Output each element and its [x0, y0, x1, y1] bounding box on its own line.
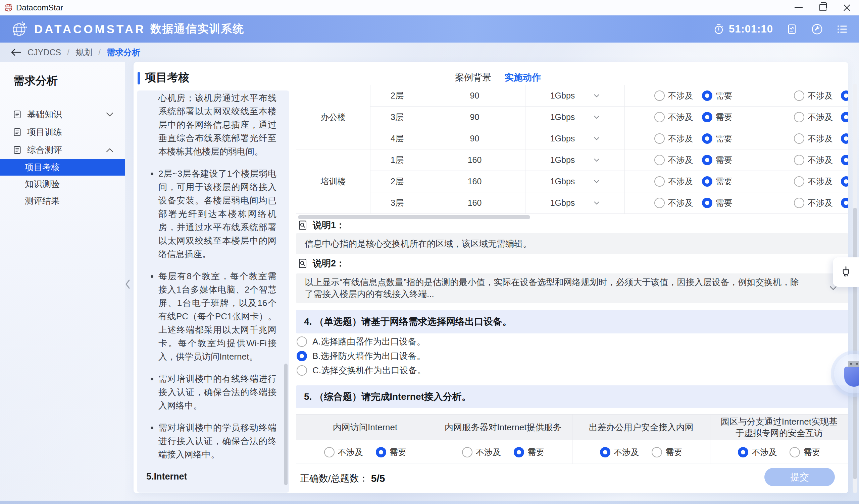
radio-selected-icon: [738, 447, 748, 457]
group-cell: 办公楼: [296, 85, 371, 149]
bandwidth-select[interactable]: 1Gbps: [526, 91, 624, 100]
radio-option[interactable]: 需要: [841, 133, 848, 144]
radio-option[interactable]: 需要: [376, 447, 406, 458]
column-header: 园区与分支通过Internet实现基于虚拟专网的安全互访: [710, 414, 848, 440]
bandwidth-select[interactable]: 1Gbps: [526, 155, 624, 165]
radio-option[interactable]: 不涉及: [794, 112, 833, 123]
radio-option[interactable]: 需要: [514, 447, 544, 458]
doc-item-icon: [13, 128, 22, 137]
restore-button[interactable]: [811, 0, 835, 15]
radio-label: 不涉及: [752, 447, 777, 458]
count-cell: 160: [424, 149, 526, 171]
submit-button[interactable]: 提交: [764, 468, 835, 486]
bandwidth-value: 1Gbps: [550, 198, 575, 208]
expand-chevron-icon[interactable]: [829, 286, 837, 290]
radio-option[interactable]: 不涉及: [794, 155, 833, 166]
sidebar-collapse-handle[interactable]: [122, 275, 133, 294]
select-chevron-icon: [593, 115, 600, 119]
bandwidth-select[interactable]: 1Gbps: [526, 177, 624, 186]
sidebar-item-project-training[interactable]: 项目训练: [0, 123, 125, 141]
radio-selected-icon: [841, 112, 848, 122]
radio-option[interactable]: 不涉及: [654, 112, 693, 123]
radio-option[interactable]: 需要: [702, 90, 733, 101]
q4-option-a[interactable]: A.选择路由器作为出口设备。: [297, 334, 425, 349]
radio-selected-icon: [702, 91, 712, 101]
radio-option[interactable]: 需要: [841, 176, 848, 187]
radio-option[interactable]: 不涉及: [462, 447, 501, 458]
radio-option[interactable]: 不涉及: [654, 176, 693, 187]
menu-list-icon[interactable]: [836, 23, 849, 35]
bandwidth-value: 1Gbps: [550, 177, 575, 186]
notes-scrollbar-thumb[interactable]: [284, 364, 288, 485]
option-label: B.选择防火墙作为出口设备。: [312, 350, 425, 362]
sidebar-subitem-eval-results[interactable]: 测评结果: [0, 192, 125, 209]
radio-option[interactable]: 不涉及: [794, 198, 833, 208]
breadcrumb-item[interactable]: 规划: [75, 47, 92, 58]
chevron-up-icon: [106, 148, 114, 153]
case-bullet: 每层有8个教室，每个教室需接入1台多媒体电脑、2个智慧屏、1台电子班牌，以及16…: [159, 269, 276, 363]
note1-label: 说明1：: [297, 219, 345, 231]
q4-option-c[interactable]: C.选择交换机作为出口设备。: [297, 363, 426, 378]
radio-icon: [297, 336, 307, 347]
main-scrollbar-track[interactable]: [853, 84, 857, 493]
bandwidth-select[interactable]: 1Gbps: [526, 198, 624, 208]
tab-implementation[interactable]: 实施动作: [504, 72, 541, 83]
close-button[interactable]: [835, 0, 859, 15]
bandwidth-value: 1Gbps: [550, 91, 575, 100]
minimize-button[interactable]: [786, 0, 811, 15]
radio-icon: [794, 112, 804, 122]
brush-tool-button[interactable]: [833, 257, 859, 287]
radio-option[interactable]: 需要: [702, 133, 733, 144]
radio-option[interactable]: 不涉及: [654, 198, 693, 208]
bandwidth-select[interactable]: 1Gbps: [526, 134, 624, 143]
select-chevron-icon: [593, 94, 600, 98]
back-arrow-icon[interactable]: [11, 48, 21, 57]
radio-option[interactable]: 不涉及: [794, 90, 833, 101]
note2-label: 说明2：: [297, 257, 345, 269]
radio-option[interactable]: 需要: [841, 155, 848, 166]
note1-text: 信息中心指的是核心交换机所在的区域，该区域无需编辑。: [305, 238, 531, 250]
close-icon: [843, 4, 851, 12]
bandwidth-select[interactable]: 1Gbps: [526, 112, 624, 122]
radio-option[interactable]: 需要: [702, 112, 733, 123]
page-title: 项目考核: [145, 70, 189, 85]
radio-option[interactable]: 不涉及: [324, 447, 363, 458]
radio-option[interactable]: 需要: [702, 198, 733, 208]
table-horizontal-scrollbar-thumb[interactable]: [298, 215, 530, 219]
radio-option[interactable]: 需要: [841, 112, 848, 123]
tools-icon[interactable]: [811, 23, 824, 35]
radio-option[interactable]: 不涉及: [654, 133, 693, 144]
internet-access-table: 内网访问Internet 内网服务器对Internet提供服务 出差办公用户安全…: [296, 414, 848, 464]
case-notes-panel[interactable]: 心机房；该机房通过水平布线系统部署以太网双绞线至本楼层中的各网络信息插座，通过垂…: [137, 91, 289, 493]
sidebar-subitem-project-exam[interactable]: 项目考核: [0, 159, 125, 176]
main-scrollbar-thumb[interactable]: [853, 208, 857, 479]
radio-option[interactable]: 不涉及: [738, 447, 777, 458]
app-window: DatacomStar DATACOMSTAR 数据通信实训系统 51:01:1…: [0, 0, 859, 504]
q4-option-b[interactable]: B.选择防火墙作为出口设备。: [297, 349, 425, 363]
radio-selected-icon: [841, 176, 848, 187]
radio-option[interactable]: 不涉及: [600, 447, 639, 458]
report-icon[interactable]: [786, 23, 798, 35]
title-accent-bar: [138, 72, 140, 84]
sidebar-item-comprehensive-eval[interactable]: 综合测评: [0, 141, 125, 159]
tab-case-background[interactable]: 案例背景: [455, 72, 491, 83]
floor-cell: 3层: [371, 107, 424, 128]
radio-option[interactable]: 需要: [702, 155, 733, 166]
floor-cell: 3层: [371, 192, 424, 214]
radio-option[interactable]: 需要: [789, 447, 820, 458]
radio-option[interactable]: 不涉及: [654, 90, 693, 101]
radio-label: 需要: [716, 176, 733, 187]
sidebar-item-basic-knowledge[interactable]: 基础知识: [0, 106, 125, 123]
breadcrumb-item[interactable]: CJYDCS: [28, 48, 61, 57]
radio-option[interactable]: 不涉及: [654, 155, 693, 166]
radio-option[interactable]: 需要: [702, 176, 733, 187]
app-header: DATACOMSTAR 数据通信实训系统 51:01:10: [0, 15, 859, 43]
radio-option[interactable]: 需要: [652, 447, 682, 458]
radio-label: 不涉及: [668, 112, 693, 123]
sidebar-subitem-knowledge-test[interactable]: 知识测验: [0, 176, 125, 192]
radio-option[interactable]: 需要: [841, 198, 848, 208]
radio-option[interactable]: 需要: [841, 90, 848, 101]
radio-option[interactable]: 不涉及: [794, 133, 833, 144]
radio-option[interactable]: 不涉及: [794, 176, 833, 187]
select-chevron-icon: [593, 179, 600, 184]
